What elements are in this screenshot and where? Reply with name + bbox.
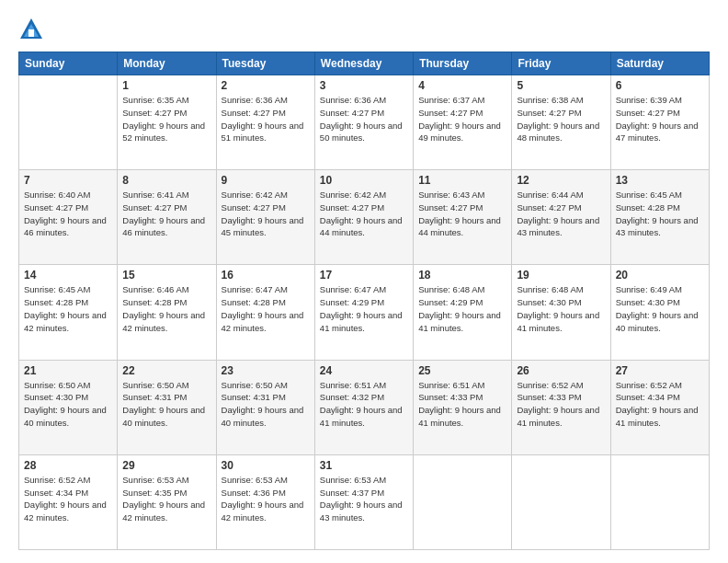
weekday-header-sunday: Sunday: [19, 52, 118, 75]
logo: [18, 17, 48, 42]
day-cell: 16Sunrise: 6:47 AM Sunset: 4:28 PM Dayli…: [216, 265, 314, 360]
day-number: 19: [517, 269, 605, 282]
weekday-header-row: SundayMondayTuesdayWednesdayThursdayFrid…: [19, 52, 710, 75]
day-info: Sunrise: 6:41 AM Sunset: 4:27 PM Dayligh…: [122, 189, 210, 239]
day-info: Sunrise: 6:47 AM Sunset: 4:29 PM Dayligh…: [320, 283, 408, 334]
svg-rect-2: [28, 29, 34, 37]
week-row-3: 21Sunrise: 6:50 AM Sunset: 4:30 PM Dayli…: [19, 360, 710, 454]
day-info: Sunrise: 6:50 AM Sunset: 4:31 PM Dayligh…: [222, 379, 310, 430]
day-info: Sunrise: 6:36 AM Sunset: 4:27 PM Dayligh…: [222, 94, 310, 144]
day-cell: 15Sunrise: 6:46 AM Sunset: 4:28 PM Dayli…: [118, 265, 216, 360]
day-cell: 2Sunrise: 6:36 AM Sunset: 4:27 PM Daylig…: [216, 75, 314, 170]
day-info: Sunrise: 6:39 AM Sunset: 4:27 PM Dayligh…: [616, 94, 704, 144]
day-info: Sunrise: 6:43 AM Sunset: 4:27 PM Dayligh…: [418, 189, 506, 239]
day-info: Sunrise: 6:51 AM Sunset: 4:32 PM Dayligh…: [320, 379, 408, 430]
day-cell: 29Sunrise: 6:53 AM Sunset: 4:35 PM Dayli…: [118, 454, 216, 549]
day-cell: 27Sunrise: 6:52 AM Sunset: 4:34 PM Dayli…: [610, 360, 709, 454]
day-info: Sunrise: 6:50 AM Sunset: 4:30 PM Dayligh…: [24, 379, 112, 430]
day-info: Sunrise: 6:40 AM Sunset: 4:27 PM Dayligh…: [24, 189, 112, 239]
day-cell: [512, 454, 610, 549]
day-number: 24: [320, 364, 408, 377]
day-info: Sunrise: 6:46 AM Sunset: 4:28 PM Dayligh…: [122, 283, 210, 334]
day-info: Sunrise: 6:51 AM Sunset: 4:33 PM Dayligh…: [418, 379, 506, 430]
day-cell: 3Sunrise: 6:36 AM Sunset: 4:27 PM Daylig…: [314, 75, 413, 170]
day-info: Sunrise: 6:38 AM Sunset: 4:27 PM Dayligh…: [517, 94, 605, 144]
day-number: 14: [24, 269, 112, 282]
day-number: 16: [222, 269, 310, 282]
day-number: 3: [320, 79, 408, 92]
day-cell: 20Sunrise: 6:49 AM Sunset: 4:30 PM Dayli…: [610, 265, 709, 360]
header: [18, 17, 710, 42]
day-cell: 17Sunrise: 6:47 AM Sunset: 4:29 PM Dayli…: [314, 265, 413, 360]
day-info: Sunrise: 6:48 AM Sunset: 4:29 PM Dayligh…: [418, 283, 506, 334]
day-info: Sunrise: 6:49 AM Sunset: 4:30 PM Dayligh…: [616, 283, 704, 334]
day-number: 10: [320, 174, 408, 187]
day-number: 29: [122, 459, 210, 472]
day-cell: 22Sunrise: 6:50 AM Sunset: 4:31 PM Dayli…: [118, 360, 216, 454]
weekday-header-tuesday: Tuesday: [216, 52, 314, 75]
day-cell: 5Sunrise: 6:38 AM Sunset: 4:27 PM Daylig…: [512, 75, 610, 170]
day-info: Sunrise: 6:47 AM Sunset: 4:28 PM Dayligh…: [222, 283, 310, 334]
week-row-4: 28Sunrise: 6:52 AM Sunset: 4:34 PM Dayli…: [19, 454, 710, 549]
day-info: Sunrise: 6:52 AM Sunset: 4:34 PM Dayligh…: [24, 474, 112, 524]
day-number: 5: [517, 79, 605, 92]
day-number: 30: [222, 459, 310, 472]
day-info: Sunrise: 6:42 AM Sunset: 4:27 PM Dayligh…: [320, 189, 408, 239]
day-cell: 24Sunrise: 6:51 AM Sunset: 4:32 PM Dayli…: [314, 360, 413, 454]
weekday-header-wednesday: Wednesday: [314, 52, 413, 75]
day-info: Sunrise: 6:45 AM Sunset: 4:28 PM Dayligh…: [616, 189, 704, 239]
day-info: Sunrise: 6:45 AM Sunset: 4:28 PM Dayligh…: [24, 283, 112, 334]
day-number: 12: [517, 174, 605, 187]
day-cell: [610, 454, 709, 549]
day-info: Sunrise: 6:48 AM Sunset: 4:30 PM Dayligh…: [517, 283, 605, 334]
day-cell: 25Sunrise: 6:51 AM Sunset: 4:33 PM Dayli…: [414, 360, 512, 454]
day-number: 13: [616, 174, 704, 187]
day-number: 28: [24, 459, 112, 472]
day-number: 22: [122, 364, 210, 377]
page: SundayMondayTuesdayWednesdayThursdayFrid…: [0, 0, 728, 563]
week-row-1: 7Sunrise: 6:40 AM Sunset: 4:27 PM Daylig…: [19, 170, 710, 265]
day-cell: [414, 454, 512, 549]
day-cell: 21Sunrise: 6:50 AM Sunset: 4:30 PM Dayli…: [19, 360, 118, 454]
day-info: Sunrise: 6:37 AM Sunset: 4:27 PM Dayligh…: [418, 94, 506, 144]
day-cell: 31Sunrise: 6:53 AM Sunset: 4:37 PM Dayli…: [314, 454, 413, 549]
day-info: Sunrise: 6:53 AM Sunset: 4:36 PM Dayligh…: [222, 474, 310, 524]
day-cell: 1Sunrise: 6:35 AM Sunset: 4:27 PM Daylig…: [118, 75, 216, 170]
day-number: 4: [418, 79, 506, 92]
day-cell: [19, 75, 118, 170]
weekday-header-monday: Monday: [118, 52, 216, 75]
day-cell: 30Sunrise: 6:53 AM Sunset: 4:36 PM Dayli…: [216, 454, 314, 549]
weekday-header-friday: Friday: [512, 52, 610, 75]
day-number: 7: [24, 174, 112, 187]
day-cell: 28Sunrise: 6:52 AM Sunset: 4:34 PM Dayli…: [19, 454, 118, 549]
day-cell: 26Sunrise: 6:52 AM Sunset: 4:33 PM Dayli…: [512, 360, 610, 454]
day-cell: 6Sunrise: 6:39 AM Sunset: 4:27 PM Daylig…: [610, 75, 709, 170]
day-info: Sunrise: 6:36 AM Sunset: 4:27 PM Dayligh…: [320, 94, 408, 144]
day-number: 2: [222, 79, 310, 92]
calendar-table: SundayMondayTuesdayWednesdayThursdayFrid…: [18, 52, 710, 550]
day-number: 26: [517, 364, 605, 377]
day-info: Sunrise: 6:53 AM Sunset: 4:37 PM Dayligh…: [320, 474, 408, 524]
day-number: 6: [616, 79, 704, 92]
day-cell: 9Sunrise: 6:42 AM Sunset: 4:27 PM Daylig…: [216, 170, 314, 265]
day-info: Sunrise: 6:42 AM Sunset: 4:27 PM Dayligh…: [222, 189, 310, 239]
day-cell: 19Sunrise: 6:48 AM Sunset: 4:30 PM Dayli…: [512, 265, 610, 360]
day-number: 9: [222, 174, 310, 187]
weekday-header-thursday: Thursday: [414, 52, 512, 75]
day-number: 18: [418, 269, 506, 282]
day-cell: 10Sunrise: 6:42 AM Sunset: 4:27 PM Dayli…: [314, 170, 413, 265]
day-info: Sunrise: 6:35 AM Sunset: 4:27 PM Dayligh…: [122, 94, 210, 144]
day-cell: 4Sunrise: 6:37 AM Sunset: 4:27 PM Daylig…: [414, 75, 512, 170]
day-number: 23: [222, 364, 310, 377]
weekday-header-saturday: Saturday: [610, 52, 709, 75]
day-number: 21: [24, 364, 112, 377]
day-info: Sunrise: 6:52 AM Sunset: 4:34 PM Dayligh…: [616, 379, 704, 430]
day-number: 31: [320, 459, 408, 472]
day-number: 11: [418, 174, 506, 187]
day-cell: 18Sunrise: 6:48 AM Sunset: 4:29 PM Dayli…: [414, 265, 512, 360]
day-cell: 12Sunrise: 6:44 AM Sunset: 4:27 PM Dayli…: [512, 170, 610, 265]
day-number: 8: [122, 174, 210, 187]
day-cell: 7Sunrise: 6:40 AM Sunset: 4:27 PM Daylig…: [19, 170, 118, 265]
day-cell: 8Sunrise: 6:41 AM Sunset: 4:27 PM Daylig…: [118, 170, 216, 265]
day-cell: 14Sunrise: 6:45 AM Sunset: 4:28 PM Dayli…: [19, 265, 118, 360]
